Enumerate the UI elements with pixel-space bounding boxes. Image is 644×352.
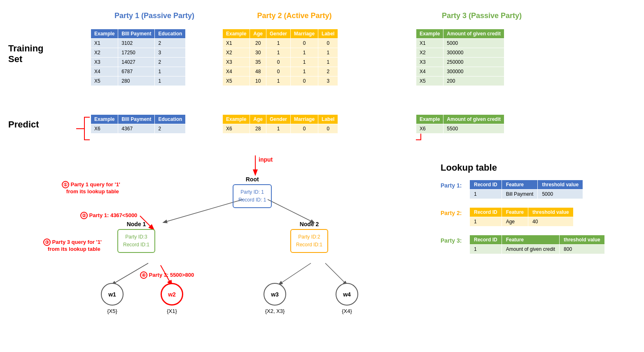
w4-circle: w4 [336,283,358,306]
node2-label: Node 2 [290,221,328,227]
node1-label: Node 1 [117,221,155,227]
table-row: X52801 [91,76,186,86]
w2-label: {X1} [167,308,177,314]
annotation-4: ④ Party 3: 5500>800 [140,271,194,279]
p3p-header-0: Example [416,115,443,124]
table-row: X131022 [91,39,186,48]
w4-label: {X4} [342,308,352,314]
p3t-header-0: Example [416,29,443,39]
svg-line-5 [268,199,313,222]
input-label: input [259,156,273,163]
p3t-header-1: Amount of given credit [443,29,504,39]
party1-predict-table: Example BIll Payment Education X643672 [91,114,186,134]
lookup-party2-label: Party 2: [441,207,469,216]
table-row: X230111 [223,48,338,58]
lp2-h0: Record ID [470,208,502,217]
w2-circle: w2 [161,283,183,306]
table-row: X4300000 [416,67,504,76]
lookup-party3-row: Party 3: Record ID Feature threshold val… [441,235,605,254]
table-row: 1Amount of given credit800 [470,245,605,254]
root-label: Root [233,176,272,183]
p2p-header-4: Label [318,115,338,124]
p3p-header-1: Amount of given credit [443,115,504,124]
table-row: X3140272 [91,58,186,67]
node2-container: Node 2 Party ID:2Record ID:1 [290,221,328,253]
root-container: Root Party ID: 1Record ID: 1 [233,176,272,208]
party2-title: Party 2 (Active Party) [220,12,369,20]
lp1-h1: Feature [502,180,538,190]
table-row: X15000 [416,39,504,48]
table-row: X467871 [91,67,186,76]
p2t-header-2: Gender [266,29,291,39]
node1-container: Node 1 Party ID:3Record ID:1 [117,221,155,253]
p1t-header-1: BIll Payment [118,29,155,39]
party2-training-table: Example Age Gender Marriage Label X12010… [222,29,338,86]
table-row: X448012 [223,67,338,76]
p1p-header-0: Example [91,115,118,124]
svg-line-10 [325,263,346,284]
p2t-header-3: Marriage [291,29,318,39]
p1t-header-0: Example [91,29,118,39]
leaf-w3: w3 {X2, X3} [264,283,286,314]
lp1-h0: Record ID [470,180,502,190]
table-row: X628100 [223,124,338,134]
node1-box: Party ID:3Record ID:1 [117,229,155,253]
w3-label: {X2, X3} [265,308,285,314]
node2-box: Party ID:2Record ID:1 [290,229,328,253]
table-row: 1Bill Payment5000 [470,190,583,199]
p2p-header-2: Gender [266,115,291,124]
p1t-header-2: Education [155,29,186,39]
svg-line-4 [165,199,243,222]
party2-predict-table: Example Age Gender Marriage Label X62810… [222,114,338,134]
w1-circle: w1 [101,283,124,306]
leaf-w1: w1 {X5} [101,283,124,314]
lp3-h1: Feature [502,235,559,245]
p1p-header-2: Education [155,115,186,124]
party3-training-table: Example Amount of given credit X15000 X2… [416,29,504,86]
annotation-1: ① Party 1 query for '1' from its lookup … [62,181,120,195]
leaf-w4: w4 {X4} [336,283,358,314]
w1-label: {X5} [107,308,117,314]
leaf-w2: w2 {X1} [161,283,183,314]
party1-training-table: Example BIll Payment Education X131022 X… [91,29,186,86]
lookup-party3-label: Party 3: [441,235,469,244]
party1-title: Party 1 (Passive Party) [91,12,218,20]
p2p-header-0: Example [223,115,250,124]
p2t-header-4: Label [318,29,338,39]
table-row: X2172503 [91,48,186,58]
table-row: X5200 [416,76,504,86]
lookup-section: Lookup table Party 1: Record ID Feature … [441,162,605,254]
p2t-header-1: Age [250,29,266,39]
annotation-2: ② Party 1: 4367<5000 [80,212,137,219]
table-row: X65500 [416,124,504,134]
p2p-header-3: Marriage [291,115,318,124]
main-container: Party 1 (Passive Party) Party 2 (Active … [0,0,644,352]
annotation-3: ③ Party 3 query for '1' from its lookup … [43,239,102,252]
lp2-h1: Feature [502,208,528,217]
p2p-header-1: Age [250,115,266,124]
p1p-header-1: BIll Payment [118,115,155,124]
table-row: X120100 [223,39,338,48]
svg-line-9 [280,263,311,284]
table-row: X643672 [91,124,186,134]
lp2-h2: threshold value [528,208,574,217]
table-row: X335011 [223,58,338,67]
lookup-party2-row: Party 2: Record ID Feature threshold val… [441,207,605,227]
table-row: 1Age40 [470,217,574,227]
lookup-title: Lookup table [441,162,605,173]
p2t-header-0: Example [223,29,250,39]
lp3-h2: threshold value [560,235,605,245]
w3-circle: w3 [264,283,286,306]
lookup-party1-label: Party 1: [441,180,469,189]
party3-title: Party 3 (Passive Party) [416,12,548,20]
lookup-party1-row: Party 1: Record ID Feature threshold val… [441,180,605,199]
table-row: X2300000 [416,48,504,58]
lp1-h2: threshold value [538,180,583,190]
party3-predict-table: Example Amount of given credit X65500 [416,114,504,134]
root-node-box: Party ID: 1Record ID: 1 [233,184,272,208]
table-row: X510103 [223,76,338,86]
table-row: X3250000 [416,58,504,67]
lp3-h0: Record ID [470,235,502,245]
